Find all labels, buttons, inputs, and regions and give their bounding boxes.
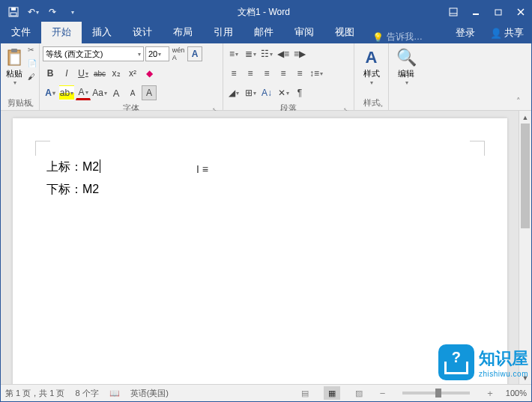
vertical-scrollbar[interactable]: ▲ ▼	[519, 111, 531, 384]
align-center-button[interactable]: ≡	[243, 66, 258, 81]
clipboard-group: 粘贴 ▾ ✂ 📄 🖌 剪贴板⤡	[1, 43, 40, 110]
close-button[interactable]	[510, 1, 531, 23]
zoom-out-button[interactable]: −	[378, 388, 388, 399]
zoom-level[interactable]: 100%	[506, 389, 527, 398]
format-painter-button[interactable]: 🖌	[28, 73, 40, 85]
char-border-button[interactable]: A	[187, 46, 202, 61]
spellcheck-icon[interactable]: 📖	[109, 389, 120, 398]
scroll-up-button[interactable]: ▲	[519, 111, 531, 124]
statusbar: 第 1 页，共 1 页 8 个字 📖 英语(美国) ▤ ▦ ▨ − + 100%	[1, 384, 531, 401]
page-status[interactable]: 第 1 页，共 1 页	[5, 388, 64, 399]
zoom-thumb[interactable]	[435, 389, 441, 398]
tab-mailings[interactable]: 邮件	[244, 22, 284, 43]
font-size-select[interactable]: 20▾	[145, 46, 169, 61]
line-spacing-button[interactable]: ↕≡▾	[309, 66, 324, 81]
tab-design[interactable]: 设计	[122, 22, 163, 43]
phonetic-guide-button[interactable]: wénA	[171, 46, 186, 61]
clipboard-launcher[interactable]: ⤡	[28, 101, 34, 109]
save-button[interactable]	[5, 4, 22, 20]
font-name-select[interactable]: 等线 (西文正文)▾	[43, 46, 144, 61]
undo-button[interactable]: ↶▾	[25, 4, 41, 20]
tab-references[interactable]: 引用	[203, 22, 244, 43]
document-content[interactable]: 上标：M2 下标：M2	[46, 156, 100, 201]
italic-button[interactable]: I	[59, 66, 74, 81]
grow-font-button[interactable]: A	[109, 85, 124, 100]
word-count[interactable]: 8 个字	[75, 388, 98, 399]
borders-button[interactable]: ⊞▾	[243, 85, 258, 100]
svg-rect-2	[10, 13, 16, 16]
svg-rect-3	[450, 8, 457, 16]
styles-group: A 样式 ▾ 样式⤡	[354, 43, 389, 110]
sort-button[interactable]: A↓	[259, 85, 274, 100]
titlebar: ↶▾ ↷ ▾ 文档1 - Word	[1, 1, 531, 23]
print-layout-button[interactable]: ▦	[324, 386, 340, 400]
superscript-button[interactable]: x²	[125, 66, 140, 81]
redo-button[interactable]: ↷	[44, 4, 61, 20]
align-left-button[interactable]: ≡	[226, 66, 241, 81]
zoom-slider[interactable]	[402, 392, 470, 395]
styles-button[interactable]: A 样式 ▾	[357, 46, 385, 96]
svg-rect-7	[10, 54, 19, 64]
tab-review[interactable]: 审阅	[284, 22, 324, 43]
share-button[interactable]: 👤共享	[483, 22, 531, 43]
strikethrough-button[interactable]: abc	[92, 66, 107, 81]
subscript-button[interactable]: x₂	[109, 66, 124, 81]
page[interactable]: 上标：M2 下标：M2 I ≡	[13, 118, 507, 384]
tell-me-search[interactable]: 💡告诉我…	[365, 31, 430, 43]
cut-button[interactable]: ✂	[28, 46, 40, 58]
highlight-button[interactable]: ab▾	[59, 85, 74, 100]
styles-icon: A	[366, 47, 378, 68]
login-button[interactable]: 登录	[448, 22, 483, 43]
collapse-ribbon-button[interactable]: ˄	[516, 97, 528, 109]
bullets-button[interactable]: ≡▾	[226, 46, 241, 61]
language-status[interactable]: 英语(美国)	[130, 388, 169, 399]
paragraph-group: ≡▾ ≣▾ ☷▾ ◀≡ ≡▶ ≡ ≡ ≡ ≡ ≡ ↕≡▾ ◢▾ ⊞▾ A↓ ✕▾…	[223, 43, 354, 110]
show-marks-button[interactable]: ¶	[292, 85, 307, 100]
editing-group: 🔍 编辑 ▾	[389, 43, 423, 110]
styles-launcher[interactable]: ⤡	[378, 101, 384, 109]
copy-button[interactable]: 📄	[28, 59, 40, 71]
decrease-indent-button[interactable]: ◀≡	[276, 46, 291, 61]
shrink-font-button[interactable]: A	[125, 85, 140, 100]
asian-layout-button[interactable]: ✕▾	[276, 85, 291, 100]
ribbon-display-options[interactable]	[443, 1, 464, 23]
tab-layout[interactable]: 布局	[163, 22, 203, 43]
shading-button[interactable]: ◢▾	[226, 85, 241, 100]
scroll-thumb[interactable]	[521, 124, 530, 228]
line-2[interactable]: 下标：M2	[46, 178, 100, 201]
text-effects-button[interactable]: A▾	[43, 85, 58, 100]
window-title: 文档1 - Word	[85, 6, 443, 19]
web-layout-button[interactable]: ▨	[351, 386, 367, 400]
tab-file[interactable]: 文件	[1, 22, 41, 43]
minimize-button[interactable]	[465, 1, 486, 23]
find-button[interactable]: 🔍 编辑 ▾	[392, 46, 420, 107]
numbering-button[interactable]: ≣▾	[243, 46, 258, 61]
increase-indent-button[interactable]: ≡▶	[292, 46, 307, 61]
read-mode-button[interactable]: ▤	[297, 386, 313, 400]
align-right-button[interactable]: ≡	[259, 66, 274, 81]
tab-view[interactable]: 视图	[324, 22, 365, 43]
ribbon: 粘贴 ▾ ✂ 📄 🖌 剪贴板⤡ 等线 (西文正文)▾ 20▾ wénA A B …	[1, 43, 531, 111]
justify-button[interactable]: ≡	[276, 66, 291, 81]
change-case-button[interactable]: Aa▾	[92, 85, 107, 100]
magnifier-icon: 🔍	[396, 47, 417, 68]
crop-mark-tr	[470, 141, 485, 156]
underline-button[interactable]: U▾	[76, 66, 91, 81]
scroll-down-button[interactable]: ▼	[519, 371, 531, 384]
bold-button[interactable]: B	[43, 66, 58, 81]
qat-customize[interactable]: ▾	[64, 4, 80, 20]
paste-button[interactable]: 粘贴 ▾	[4, 46, 25, 86]
restore-button[interactable]	[488, 1, 509, 23]
zoom-in-button[interactable]: +	[485, 388, 495, 399]
lightbulb-icon: 💡	[372, 32, 384, 43]
quick-access-toolbar: ↶▾ ↷ ▾	[1, 4, 85, 20]
crop-mark-tl	[35, 141, 50, 156]
line-1[interactable]: 上标：M2	[46, 156, 100, 178]
clear-formatting-button[interactable]: ◆	[142, 66, 157, 81]
tab-insert[interactable]: 插入	[82, 22, 122, 43]
distributed-button[interactable]: ≡	[292, 66, 307, 81]
tab-home[interactable]: 开始	[41, 22, 82, 43]
multilevel-button[interactable]: ☷▾	[259, 46, 274, 61]
font-color-button[interactable]: A▾	[76, 85, 91, 100]
char-shading-button[interactable]: A	[142, 85, 157, 100]
